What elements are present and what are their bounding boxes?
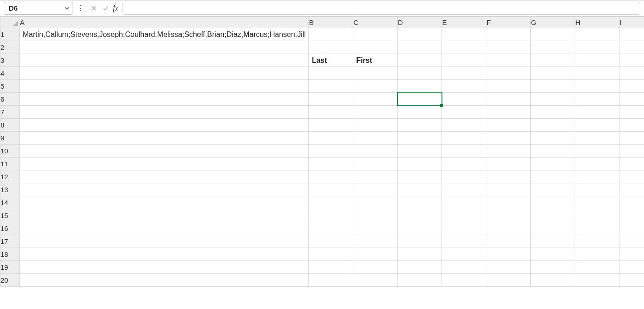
cell-i11[interactable] [619, 158, 644, 170]
cell-i15[interactable] [619, 209, 644, 222]
cell-h2[interactable] [575, 41, 619, 54]
cell-h20[interactable] [575, 274, 619, 287]
cell-c10[interactable] [353, 145, 398, 158]
cell-h10[interactable] [575, 145, 619, 158]
cell-f18[interactable] [486, 248, 531, 261]
cell-i6[interactable] [619, 93, 644, 106]
cell-i2[interactable] [619, 41, 644, 54]
cell-f5[interactable] [486, 80, 531, 93]
cell-a13[interactable] [20, 183, 309, 196]
column-header-e[interactable]: E [442, 17, 486, 28]
cell-f17[interactable] [486, 235, 531, 248]
cell-d13[interactable] [398, 183, 442, 196]
cell-a20[interactable] [20, 274, 309, 287]
column-header-b[interactable]: B [309, 17, 353, 28]
cell-c17[interactable] [353, 235, 398, 248]
cell-c6[interactable] [353, 93, 398, 106]
cell-c3[interactable]: First [353, 54, 398, 67]
cell-c1[interactable] [353, 28, 398, 41]
cell-c9[interactable] [353, 132, 398, 145]
cell-i19[interactable] [619, 261, 644, 274]
row-header-4[interactable]: 4 [0, 67, 20, 80]
cell-i12[interactable] [619, 170, 644, 183]
cell-f11[interactable] [486, 158, 531, 170]
cell-c14[interactable] [353, 196, 398, 209]
cell-h18[interactable] [575, 248, 619, 261]
cell-i16[interactable] [619, 222, 644, 235]
cell-a7[interactable] [20, 106, 309, 119]
formula-input[interactable] [127, 4, 636, 12]
cell-f3[interactable] [486, 54, 531, 67]
cell-e9[interactable] [442, 132, 486, 145]
cell-d2[interactable] [398, 41, 442, 54]
cell-b8[interactable] [309, 119, 353, 132]
cell-d19[interactable] [398, 261, 442, 274]
cell-d8[interactable] [398, 119, 442, 132]
cell-e10[interactable] [442, 145, 486, 158]
cell-h11[interactable] [575, 158, 619, 170]
cell-d3[interactable] [398, 54, 442, 67]
cell-e8[interactable] [442, 119, 486, 132]
cell-e20[interactable] [442, 274, 486, 287]
cell-h5[interactable] [575, 80, 619, 93]
cell-a2[interactable] [20, 41, 309, 54]
row-header-7[interactable]: 7 [0, 106, 20, 119]
cell-b17[interactable] [309, 235, 353, 248]
row-header-12[interactable]: 12 [0, 170, 20, 183]
cell-g8[interactable] [531, 119, 575, 132]
cell-h16[interactable] [575, 222, 619, 235]
row-header-13[interactable]: 13 [0, 183, 20, 196]
cell-f13[interactable] [486, 183, 531, 196]
cell-a16[interactable] [20, 222, 309, 235]
cell-g14[interactable] [531, 196, 575, 209]
cell-i3[interactable] [619, 54, 644, 67]
cell-d7[interactable] [398, 106, 442, 119]
cell-i1[interactable] [619, 28, 644, 41]
cell-e3[interactable] [442, 54, 486, 67]
cell-d16[interactable] [398, 222, 442, 235]
cell-b3[interactable]: Last [309, 54, 353, 67]
cell-a18[interactable] [20, 248, 309, 261]
cell-b15[interactable] [309, 209, 353, 222]
row-header-10[interactable]: 10 [0, 145, 20, 158]
cell-f12[interactable] [486, 170, 531, 183]
cell-d4[interactable] [398, 67, 442, 80]
cell-b5[interactable] [309, 80, 353, 93]
cell-d5[interactable] [398, 80, 442, 93]
name-box[interactable] [4, 2, 73, 15]
cell-a4[interactable] [20, 67, 309, 80]
cell-b11[interactable] [309, 158, 353, 170]
cell-a6[interactable] [20, 93, 309, 106]
row-header-19[interactable]: 19 [0, 261, 20, 274]
column-header-c[interactable]: C [353, 17, 398, 28]
cell-f2[interactable] [486, 41, 531, 54]
cell-i9[interactable] [619, 132, 644, 145]
cell-f4[interactable] [486, 67, 531, 80]
select-all-corner[interactable] [0, 17, 20, 28]
cell-a10[interactable] [20, 145, 309, 158]
cell-c5[interactable] [353, 80, 398, 93]
cell-c20[interactable] [353, 274, 398, 287]
cell-d10[interactable] [398, 145, 442, 158]
cell-b2[interactable] [309, 41, 353, 54]
cell-c4[interactable] [353, 67, 398, 80]
cell-e16[interactable] [442, 222, 486, 235]
row-header-6[interactable]: 6 [0, 93, 20, 106]
cell-f6[interactable] [486, 93, 531, 106]
cell-c16[interactable] [353, 222, 398, 235]
cell-d1[interactable] [398, 28, 442, 41]
cell-f9[interactable] [486, 132, 531, 145]
cell-b16[interactable] [309, 222, 353, 235]
cell-g15[interactable] [531, 209, 575, 222]
fx-icon[interactable]: fx [112, 3, 121, 13]
cell-b9[interactable] [309, 132, 353, 145]
cell-h19[interactable] [575, 261, 619, 274]
cell-i18[interactable] [619, 248, 644, 261]
row-header-1[interactable]: 1 [0, 28, 20, 41]
cell-f10[interactable] [486, 145, 531, 158]
cell-f8[interactable] [486, 119, 531, 132]
column-header-f[interactable]: F [486, 17, 531, 28]
cell-e14[interactable] [442, 196, 486, 209]
cell-b18[interactable] [309, 248, 353, 261]
cell-e4[interactable] [442, 67, 486, 80]
